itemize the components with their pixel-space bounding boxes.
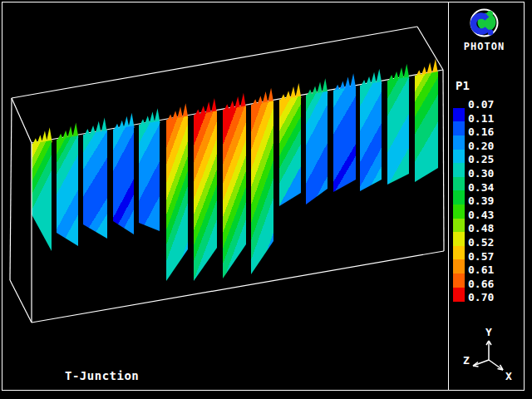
legend-value: 0.16 [468,125,494,139]
legend-value: 0.20 [468,139,494,153]
legend-swatch [453,288,465,302]
legend-value: 0.39 [468,194,494,208]
legend-swatch [453,232,465,246]
legend-swatch [453,219,465,233]
plot-caption: T-Junction [65,369,139,382]
legend-value: 0.34 [468,180,494,195]
legend-value: 0.48 [468,221,494,235]
legend-swatch [453,177,465,191]
legend-swatch [453,150,465,164]
app-window: T-Junction PHOTON P1 0.070.110.160.200.2… [0,0,532,399]
axis-triad: Y Z X [457,324,528,395]
axis-arrows [473,341,503,370]
legend-swatch [453,135,465,150]
legend-swatch [453,273,465,288]
panel-divider [448,2,449,390]
legend-swatch [453,204,465,219]
legend-value: 0.61 [468,263,494,277]
legend-swatch [453,246,465,260]
axis-z-label: Z [463,354,470,367]
legend-value: 0.25 [468,152,494,166]
legend-value: 0.52 [468,235,494,249]
legend-value: 0.70 [468,290,494,304]
legend-title: P1 [456,79,470,92]
legend-swatch [453,108,465,122]
photon-logo-icon [467,6,502,41]
legend-value: 0.66 [468,277,494,291]
axis-x-label: X [505,370,512,382]
legend-value: 0.43 [468,208,494,222]
legend-swatch [453,190,465,204]
legend-value: 0.11 [468,111,494,126]
brand-label: PHOTON [449,41,520,52]
axis-y-label: Y [485,326,492,338]
legend-value: 0.07 [468,97,494,111]
legend-swatch [453,121,465,135]
legend-value: 0.57 [468,249,494,264]
legend-swatch [453,259,465,273]
legend-value: 0.30 [468,166,494,180]
window-border [2,2,525,391]
legend-swatch [453,163,465,177]
